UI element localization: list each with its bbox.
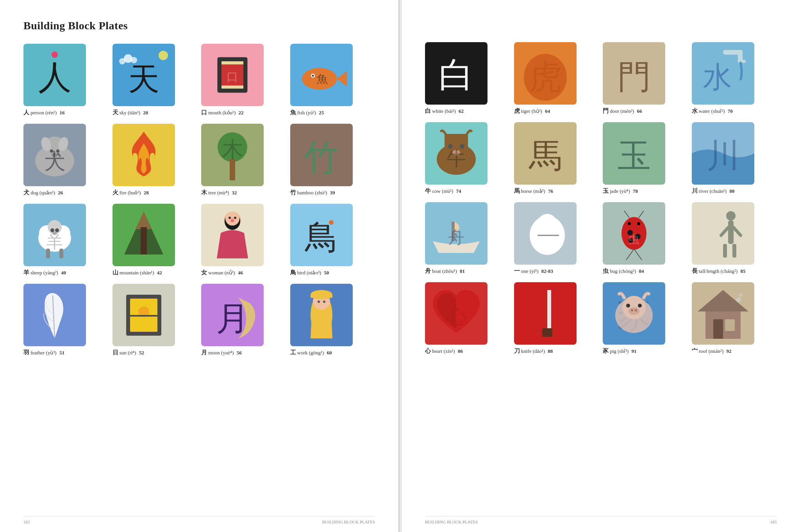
card-group-tall: 長 tall/length (cháng²) 85 bbox=[692, 202, 777, 275]
card-group-white: 白 白 white (bái²) 62 bbox=[425, 42, 510, 115]
svg-rect-71 bbox=[738, 60, 746, 63]
svg-text:舟: 舟 bbox=[448, 229, 464, 247]
svg-text:門: 門 bbox=[618, 59, 651, 95]
svg-text:犬: 犬 bbox=[44, 149, 66, 173]
card-feather bbox=[23, 284, 86, 346]
label-person: 人 person (rén²) 16 bbox=[23, 109, 65, 117]
right-page-num: 183 bbox=[770, 520, 777, 524]
card-woman: 女 bbox=[201, 204, 264, 266]
svg-point-4 bbox=[124, 54, 132, 63]
right-page-footer: BUILDING BLOCK PLATES 183 bbox=[425, 516, 777, 524]
card-group-mountain: 山 mountain (shān¹) 42 bbox=[112, 204, 198, 277]
svg-rect-10 bbox=[221, 85, 243, 89]
left-grid: 人 人 person (rén²) 16 天 bbox=[23, 44, 375, 364]
card-group-sun: 日 sun (rì⁴) 52 bbox=[112, 284, 198, 357]
label-pig: 豕 pig (shǐ³) 91 bbox=[603, 347, 636, 355]
label-sky: 天 sky (tiān¹) 20 bbox=[112, 109, 148, 117]
card-group-bug: 虫 虫 bug (chóng²) 84 bbox=[603, 202, 688, 275]
card-horse: 馬 bbox=[514, 122, 577, 185]
card-fire bbox=[112, 124, 175, 186]
card-group-heart: 心 心 heart (xīn¹) 86 bbox=[425, 282, 510, 355]
card-moon: 月 bbox=[201, 284, 264, 346]
card-roof bbox=[692, 282, 754, 345]
svg-rect-26 bbox=[230, 159, 235, 180]
svg-marker-13 bbox=[337, 71, 347, 87]
card-bug: 虫 bbox=[603, 202, 665, 265]
svg-rect-118 bbox=[725, 319, 735, 331]
card-boat: 舟 bbox=[425, 202, 488, 265]
svg-marker-41 bbox=[136, 212, 152, 229]
card-sheep: 羊 bbox=[23, 204, 86, 266]
svg-rect-42 bbox=[141, 227, 147, 254]
svg-point-89 bbox=[628, 222, 631, 225]
svg-rect-62 bbox=[311, 295, 332, 298]
right-grid: 白 白 white (bái²) 62 虎 虎 tiger (hǔ³) 64 bbox=[425, 42, 777, 362]
card-group-door: 門 門 door (mén²) 66 bbox=[603, 42, 688, 115]
svg-line-103 bbox=[721, 228, 728, 235]
card-group-fire: 火 fire (huǒ³) 28 bbox=[112, 124, 198, 197]
left-page: Building Block Plates 人 人 person (rén²) … bbox=[0, 0, 399, 532]
svg-point-111 bbox=[631, 309, 633, 311]
svg-text:心: 心 bbox=[445, 304, 467, 328]
label-horse: 馬 horse (mǎ³) 76 bbox=[514, 187, 554, 195]
svg-text:虫: 虫 bbox=[629, 233, 639, 246]
card-group-bamboo: 竹 竹 bamboo (zhú²) 39 bbox=[290, 124, 375, 197]
label-mountain: 山 mountain (shān¹) 42 bbox=[112, 269, 162, 277]
label-fire: 火 fire (huǒ³) 28 bbox=[112, 189, 149, 197]
svg-text:竹: 竹 bbox=[304, 139, 339, 177]
svg-line-95 bbox=[639, 211, 644, 218]
card-group-jade: 玉 玉 jade (yù⁴) 78 bbox=[603, 122, 688, 195]
svg-rect-57 bbox=[126, 315, 161, 317]
card-group-roof: 宀 roof (mián²) 92 bbox=[692, 282, 777, 355]
label-roof: 宀 roof (mián²) 92 bbox=[692, 347, 732, 355]
label-fish: 魚 fish (yú²) 25 bbox=[290, 109, 324, 117]
svg-text:女: 女 bbox=[223, 232, 242, 253]
card-door: 門 bbox=[603, 42, 665, 105]
card-tall bbox=[692, 202, 754, 265]
svg-point-47 bbox=[234, 217, 236, 219]
left-footer-text: BUILDING BLOCK PLATES bbox=[322, 520, 375, 524]
card-river: 川 bbox=[692, 122, 754, 185]
label-door: 門 door (mén²) 66 bbox=[603, 107, 642, 115]
card-person: 人 bbox=[23, 44, 86, 106]
card-sun bbox=[112, 284, 175, 346]
card-mouth: 口 bbox=[201, 44, 264, 106]
svg-point-15 bbox=[312, 75, 314, 77]
svg-point-35 bbox=[55, 228, 59, 232]
label-water: 水 water (shuǐ³) 70 bbox=[692, 107, 733, 115]
svg-text:天: 天 bbox=[128, 62, 159, 96]
label-river: 川 river (chuān¹) 80 bbox=[692, 187, 735, 195]
card-group-tree: 木 木 tree (mù⁴) 32 bbox=[201, 124, 286, 197]
svg-rect-117 bbox=[713, 319, 723, 339]
label-sheep: 羊 sheep (yáng²) 40 bbox=[23, 269, 66, 277]
svg-point-114 bbox=[638, 304, 642, 308]
label-cow: 牛 cow (niú²) 74 bbox=[425, 187, 461, 195]
card-group-mouth: 口 口 mouth (kǒu³) 22 bbox=[201, 44, 286, 117]
card-group-boat: 舟 舟 boat (zhōu¹) 81 bbox=[425, 202, 510, 275]
label-feather: 羽 feather (yǔ³) 51 bbox=[23, 349, 64, 357]
label-woman: 女 woman (nǚ³) 46 bbox=[201, 269, 243, 277]
label-white: 白 white (bái²) 62 bbox=[425, 107, 464, 115]
label-knife: 刀 knife (dāo¹) 88 bbox=[514, 347, 553, 355]
card-group-work: 工 work (gōng¹) 60 bbox=[290, 284, 375, 357]
card-group-tiger: 虎 虎 tiger (hǔ³) 64 bbox=[514, 42, 599, 115]
label-bird: 鳥 bird (niǎo³) 50 bbox=[290, 269, 329, 277]
svg-point-99 bbox=[726, 211, 736, 221]
card-bird: 鳥 bbox=[290, 204, 353, 266]
card-water: 水 bbox=[692, 42, 754, 105]
label-bamboo: 竹 bamboo (zhú²) 39 bbox=[290, 189, 335, 197]
svg-text:木: 木 bbox=[222, 138, 243, 162]
svg-rect-85 bbox=[538, 214, 557, 237]
svg-text:川: 川 bbox=[706, 137, 739, 174]
svg-point-49 bbox=[230, 218, 234, 222]
svg-point-64 bbox=[323, 301, 325, 303]
card-group-feather: 羽 feather (yǔ³) 51 bbox=[23, 284, 109, 357]
label-sun: 日 sun (rì⁴) 52 bbox=[112, 349, 144, 357]
svg-text:鳥: 鳥 bbox=[304, 219, 338, 256]
svg-point-52 bbox=[329, 220, 334, 225]
svg-text:白: 白 bbox=[439, 56, 474, 94]
svg-point-46 bbox=[229, 217, 231, 219]
card-group-river: 川 川 river (chuān¹) 80 bbox=[692, 122, 777, 195]
label-bug: 虫 bug (chóng²) 84 bbox=[603, 267, 644, 275]
svg-rect-100 bbox=[728, 221, 734, 244]
